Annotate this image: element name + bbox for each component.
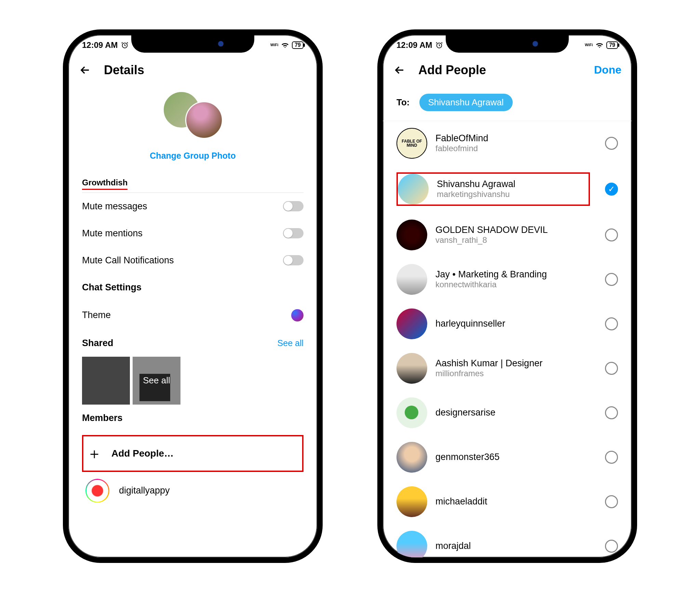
phone-add-people: 12:09 AM WiFi 79 Add People Done To: Shi… <box>377 29 637 563</box>
radio-unchecked-icon[interactable] <box>605 362 618 375</box>
person-row-inner: GOLDEN SHADOW DEVILvansh_rathi_8 <box>396 220 597 250</box>
person-text: designersarise <box>435 407 597 418</box>
person-avatar: FABLE OF MIND <box>396 128 427 159</box>
person-name: morajdal <box>435 541 597 551</box>
shared-thumbnail[interactable] <box>82 357 130 405</box>
person-name: Shivanshu Agrawal <box>437 179 584 189</box>
person-avatar <box>398 174 429 205</box>
person-row-inner: michaeladdit <box>396 486 597 517</box>
alarm-icon <box>121 41 129 49</box>
member-name: digitallyappy <box>119 485 170 496</box>
person-name: genmonster365 <box>435 452 597 462</box>
notch <box>131 35 254 53</box>
person-row[interactable]: designersarise <box>396 391 618 435</box>
person-text: michaeladdit <box>435 496 597 507</box>
chat-settings-title: Chat Settings <box>82 274 304 301</box>
person-handle: millionframes <box>435 369 597 378</box>
radio-unchecked-icon[interactable] <box>605 540 618 553</box>
person-row[interactable]: Jay • Marketing & Brandingkonnectwithkar… <box>396 257 618 302</box>
group-name-field[interactable]: Growthdish <box>82 178 304 193</box>
mute-mentions-row: Mute mentions <box>82 220 304 247</box>
shared-see-all-link[interactable]: See all <box>278 338 304 348</box>
radio-checked-icon[interactable]: ✓ <box>605 183 618 196</box>
shared-thumbnails[interactable]: See all <box>82 357 304 405</box>
person-row[interactable]: morajdal <box>396 524 618 563</box>
add-people-header: Add People Done <box>383 53 632 88</box>
person-avatar <box>396 442 427 473</box>
mute-mentions-label: Mute mentions <box>82 228 143 239</box>
person-row-inner: Aashish Kumar | Designermillionframes <box>396 353 597 384</box>
radio-unchecked-icon[interactable] <box>605 451 618 464</box>
member-avatar <box>85 479 109 503</box>
person-text: FableOfMindfableofmind <box>435 133 597 153</box>
person-row-inner: morajdal <box>396 531 597 562</box>
person-name: designersarise <box>435 407 597 418</box>
battery-icon: 79 <box>606 41 618 49</box>
alarm-icon <box>435 41 443 49</box>
person-row[interactable]: GOLDEN SHADOW DEVILvansh_rathi_8 <box>396 213 618 257</box>
person-name: GOLDEN SHADOW DEVIL <box>435 225 597 235</box>
person-text: genmonster365 <box>435 452 597 462</box>
person-handle: konnectwithkaria <box>435 280 597 289</box>
person-name: Aashish Kumar | Designer <box>435 358 597 369</box>
person-handle: fableofmind <box>435 144 597 153</box>
person-row-inner: Jay • Marketing & Brandingkonnectwithkar… <box>396 264 597 295</box>
add-people-button[interactable]: ＋ Add People… <box>83 436 302 471</box>
person-row[interactable]: harleyquinnseller <box>396 302 618 346</box>
group-avatar-stack[interactable] <box>68 91 317 142</box>
person-name: michaeladdit <box>435 496 597 507</box>
theme-row[interactable]: Theme <box>82 301 304 330</box>
mute-calls-row: Mute Call Notifications <box>82 247 304 274</box>
phone-details: 12:09 AM WiFi 79 Details Change Group Ph… <box>63 29 323 563</box>
notch <box>446 35 569 53</box>
person-text: GOLDEN SHADOW DEVILvansh_rathi_8 <box>435 225 597 245</box>
shared-thumbnail[interactable]: See all <box>133 357 180 405</box>
selected-person-chip[interactable]: Shivanshu Agrawal <box>419 94 513 111</box>
person-avatar <box>396 486 427 517</box>
radio-unchecked-icon[interactable] <box>605 228 618 241</box>
person-name: FableOfMind <box>435 133 597 144</box>
person-row-inner: designersarise <box>396 397 597 428</box>
person-row-inner: genmonster365 <box>396 442 597 473</box>
person-text: Aashish Kumar | Designermillionframes <box>435 358 597 378</box>
mute-mentions-toggle[interactable] <box>283 228 304 238</box>
mute-calls-toggle[interactable] <box>283 255 304 265</box>
person-text: harleyquinnseller <box>435 318 597 329</box>
person-avatar <box>396 308 427 339</box>
person-text: Jay • Marketing & Brandingkonnectwithkar… <box>435 269 597 289</box>
person-row[interactable]: Shivanshu Agrawalmarketingshivanshu✓ <box>396 166 618 213</box>
person-name: Jay • Marketing & Branding <box>435 269 597 280</box>
back-button[interactable] <box>79 63 92 77</box>
wifi-icon <box>595 42 604 49</box>
group-photo-block: Change Group Photo <box>68 88 317 168</box>
wifi-icon <box>281 42 289 49</box>
page-title: Add People <box>418 63 582 77</box>
people-list: FABLE OF MINDFableOfMindfableofmindShiva… <box>383 121 632 563</box>
done-button[interactable]: Done <box>594 64 621 76</box>
shared-header: Shared See all <box>82 330 304 357</box>
mute-calls-label: Mute Call Notifications <box>82 255 174 266</box>
person-row[interactable]: genmonster365 <box>396 435 618 479</box>
person-row[interactable]: FABLE OF MINDFableOfMindfableofmind <box>396 121 618 166</box>
radio-unchecked-icon[interactable] <box>605 137 618 150</box>
radio-unchecked-icon[interactable] <box>605 495 618 508</box>
mute-messages-toggle[interactable] <box>283 201 304 211</box>
radio-unchecked-icon[interactable] <box>605 317 618 330</box>
back-button[interactable] <box>393 63 407 77</box>
to-field[interactable]: To: Shivanshu Agrawal <box>383 88 632 121</box>
add-people-label: Add People… <box>111 448 174 459</box>
change-group-photo-link[interactable]: Change Group Photo <box>68 151 317 161</box>
person-row[interactable]: michaeladdit <box>396 479 618 524</box>
status-time: 12:09 AM <box>82 40 118 50</box>
person-row-inner: FABLE OF MINDFableOfMindfableofmind <box>396 128 597 159</box>
member-row[interactable]: digitallyappy <box>82 472 304 510</box>
group-name-text: Growthdish <box>82 178 127 190</box>
radio-unchecked-icon[interactable] <box>605 273 618 286</box>
plus-icon: ＋ <box>87 446 102 461</box>
status-time: 12:09 AM <box>396 40 432 50</box>
person-name: harleyquinnseller <box>435 318 597 329</box>
person-row[interactable]: Aashish Kumar | Designermillionframes <box>396 346 618 391</box>
person-avatar <box>396 531 427 562</box>
shared-see-all-overlay[interactable]: See all <box>143 375 170 386</box>
radio-unchecked-icon[interactable] <box>605 406 618 419</box>
